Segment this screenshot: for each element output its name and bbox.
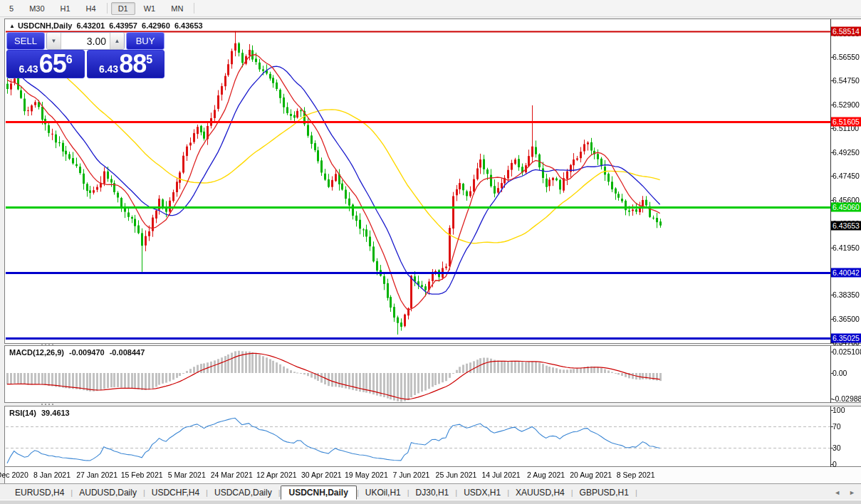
rsi-name: RSI(14): [9, 409, 36, 417]
macd-tick-label: 0.00: [833, 369, 859, 377]
ohlc-high: 6.43957: [109, 21, 137, 30]
chart-tab-dj30[interactable]: DJ30,H1: [409, 486, 456, 499]
timeframe-button-h1[interactable]: H1: [53, 2, 78, 15]
date-label: 14 Jul 2021: [481, 471, 520, 479]
chart-symbol-label: USDCNH,Daily: [18, 21, 72, 30]
tabs-scroll-left-icon[interactable]: ◄: [834, 489, 840, 496]
date-label: 25 Jun 2021: [436, 471, 477, 479]
chart-tab-bar: EURUSD,H4|AUDUSD,Daily|USDCHF,H4|USDCAD,…: [0, 483, 861, 500]
timeframe-button-mn[interactable]: MN: [164, 2, 190, 15]
rsi-tick-label: 30: [833, 443, 859, 452]
date-label: 8 Jan 2021: [33, 471, 71, 479]
sell-price-prefix: 6.43: [19, 62, 38, 76]
level-price-label: 6.40042: [831, 268, 861, 277]
collapse-trade-panel-icon[interactable]: ▲: [9, 23, 15, 29]
chart-tab-usdcad[interactable]: USDCAD,Daily: [208, 486, 278, 499]
macd-tick-label: 0.025108: [833, 347, 859, 356]
macd-value: -0.009470: [69, 348, 105, 357]
volume-increase-button[interactable]: ▲: [110, 33, 124, 49]
date-label: 27 Jan 2021: [76, 471, 118, 479]
rsi-label: RSI(14) 39.4613: [9, 409, 73, 417]
price-tick-label: 6.54750: [833, 76, 860, 85]
price-tick-label: 6.49250: [833, 148, 860, 157]
price-tick-label: 6.52900: [833, 100, 860, 109]
chart-tab-usdcnh[interactable]: USDCNH,Daily: [281, 485, 357, 500]
buy-button[interactable]: BUY: [126, 32, 165, 50]
ohlc-open: 6.43201: [76, 21, 105, 30]
window-bottom-edge: [0, 500, 861, 504]
chart-tab-usdchf[interactable]: USDCHF,H4: [145, 486, 206, 499]
macd-name: MACD(12,26,9): [9, 348, 64, 357]
date-label: 30 Apr 2021: [301, 471, 342, 479]
ohlc-close: 6.43653: [174, 21, 203, 30]
buy-price-prefix: 6.43: [99, 62, 118, 76]
buy-price-main: 88: [119, 52, 146, 76]
timeframe-button-m30[interactable]: M30: [22, 2, 51, 15]
timeframe-button-h4[interactable]: H4: [79, 2, 103, 15]
price-tick-label: 6.56550: [833, 53, 860, 61]
date-label: 12 Apr 2021: [256, 471, 297, 479]
sell-price-pip: 6: [66, 53, 73, 66]
tabs-scroll-right-icon[interactable]: ►: [849, 489, 855, 496]
date-label: 7 Jun 2021: [392, 471, 429, 479]
sell-button[interactable]: SELL: [6, 32, 45, 50]
rsi-tick-label: 70: [833, 422, 859, 431]
level-price-label: 6.51605: [831, 117, 861, 126]
rsi-value: 39.4613: [41, 409, 70, 417]
chart-tab-audusd[interactable]: AUDUSD,Daily: [73, 486, 143, 499]
trading-platform-window: 5M30H1H4D1W1MN ▲USDCNH,Daily 6.43201 6.4…: [0, 0, 861, 504]
level-price-label: 6.58514: [831, 26, 861, 36]
timeframe-button-5[interactable]: 5: [2, 2, 21, 15]
timeframe-toolbar: 5M30H1H4D1W1MN: [0, 0, 861, 17]
chart-tab-ukoil[interactable]: UKOil,H1: [359, 486, 407, 499]
sell-price-main: 65: [39, 52, 66, 76]
toolbar-separator: [194, 3, 194, 14]
chart-title: ▲USDCNH,Daily 6.43201 6.43957 6.42960 6.…: [9, 21, 205, 30]
price-tick-label: 6.36500: [833, 315, 860, 323]
volume-input[interactable]: 3.00: [61, 36, 110, 47]
date-label: 15 Feb 2021: [121, 471, 163, 479]
date-label: 24 Mar 2021: [211, 471, 253, 479]
date-label: 19 May 2021: [345, 471, 388, 479]
volume-decrease-button[interactable]: ▼: [47, 33, 61, 49]
chart-tab-eurusd[interactable]: EURUSD,H4: [9, 486, 71, 499]
price-tick-label: 6.47450: [833, 172, 860, 180]
toolbar-separator: [107, 3, 108, 14]
date-label: 8 Sep 2021: [617, 471, 655, 479]
price-tick-label: 6.38350: [833, 290, 860, 299]
date-label: 19 Dec 2020: [0, 471, 28, 479]
date-label: 20 Aug 2021: [570, 471, 612, 479]
sell-price-display[interactable]: 6.43 65 6: [6, 50, 85, 78]
date-label: 2 Aug 2021: [527, 471, 565, 479]
chart-tab-gbpusd[interactable]: GBPUSD,H1: [573, 486, 635, 499]
current-price-label: 6.43653: [831, 221, 861, 230]
chart-tab-usdx[interactable]: USDX,H1: [457, 486, 507, 499]
tab-separator: |: [635, 488, 637, 497]
volume-stepper: ▼ 3.00 ▲: [46, 32, 125, 50]
level-price-label: 6.45060: [831, 202, 861, 211]
macd-label: MACD(12,26,9) -0.009470 -0.008447: [9, 348, 147, 357]
one-click-trading-panel: SELL ▼ 3.00 ▲ BUY 6.43 65 6 6.43 88 5: [6, 32, 165, 78]
macd-signal-value: -0.008447: [110, 348, 145, 357]
buy-price-display[interactable]: 6.43 88 5: [87, 50, 165, 78]
ohlc-low: 6.42960: [142, 21, 170, 30]
macd-tick-label: -0.029881: [833, 394, 859, 403]
date-label: 5 Mar 2021: [168, 471, 206, 479]
rsi-tick-label: 0: [833, 460, 859, 468]
chart-tab-xauusd[interactable]: XAUUSD,H4: [509, 486, 571, 499]
rsi-tick-label: 100: [833, 406, 859, 414]
buy-price-pip: 5: [146, 53, 152, 66]
price-tick-label: 6.41950: [833, 243, 860, 252]
level-price-label: 6.35025: [831, 334, 861, 343]
timeframe-button-w1[interactable]: W1: [137, 2, 163, 15]
timeframe-button-d1[interactable]: D1: [111, 2, 135, 15]
